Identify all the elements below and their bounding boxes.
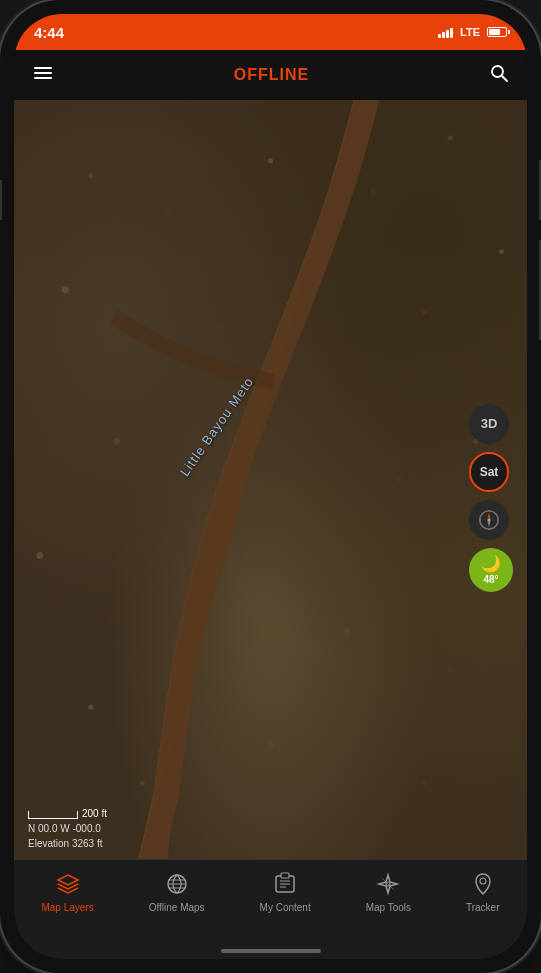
svg-rect-2	[34, 77, 52, 79]
map-controls: 3D Sat 🌙 48°	[469, 404, 513, 592]
volume-button	[0, 180, 2, 220]
compass-button[interactable]	[469, 500, 509, 540]
status-bar: 4:44 LTE	[14, 14, 527, 50]
svg-rect-1	[34, 72, 52, 74]
menu-icon[interactable]	[32, 62, 54, 88]
scale-bar: 200 ft	[28, 808, 107, 819]
signal-icon	[438, 26, 453, 38]
tracker-label: Tracker	[466, 902, 500, 913]
map-info-bar: 200 ft N 00.0 W -000.0 Elevation 3263 ft	[28, 808, 107, 851]
map-tools-icon	[374, 870, 402, 898]
status-time: 4:44	[34, 24, 64, 41]
3d-button[interactable]: 3D	[469, 404, 509, 444]
temperature-label: 48°	[483, 574, 498, 585]
home-indicator	[221, 949, 321, 953]
status-icons: LTE	[438, 26, 507, 38]
moon-icon: 🌙	[481, 554, 501, 573]
phone-screen: 4:44 LTE	[14, 14, 527, 959]
bottom-navigation: Map Layers Offline Maps	[14, 859, 527, 959]
night-mode-button[interactable]: 🌙 48°	[469, 548, 513, 592]
search-icon[interactable]	[489, 63, 509, 87]
svg-point-3	[492, 66, 503, 77]
coordinates: N 00.0 W -000.0 Elevation 3263 ft	[28, 821, 107, 851]
my-content-label: My Content	[260, 902, 311, 913]
offline-maps-icon	[163, 870, 191, 898]
map-tools-label: Map Tools	[366, 902, 411, 913]
nav-item-offline-maps[interactable]: Offline Maps	[139, 870, 215, 913]
svg-line-4	[502, 76, 507, 81]
nav-item-map-layers[interactable]: Map Layers	[31, 870, 103, 913]
nav-item-map-tools[interactable]: Map Tools	[356, 870, 421, 913]
offline-label: OFFLINE	[234, 66, 309, 84]
offline-maps-label: Offline Maps	[149, 902, 205, 913]
nav-item-my-content[interactable]: My Content	[250, 870, 321, 913]
my-content-icon	[271, 870, 299, 898]
phone-frame: 4:44 LTE	[0, 0, 541, 973]
svg-point-12	[480, 878, 486, 884]
scale-label: 200 ft	[82, 808, 107, 819]
map-view[interactable]: Little Bayou Meto 3D Sat 🌙 48°	[14, 100, 527, 859]
satellite-button[interactable]: Sat	[469, 452, 509, 492]
svg-point-7	[488, 518, 491, 521]
app-header: OFFLINE	[14, 50, 527, 100]
scale-ruler	[28, 811, 78, 819]
map-layers-label: Map Layers	[41, 902, 93, 913]
svg-rect-10	[281, 873, 289, 878]
tracker-icon	[469, 870, 497, 898]
svg-rect-0	[34, 67, 52, 69]
map-layers-icon	[54, 870, 82, 898]
river-overlay	[14, 100, 527, 859]
battery-icon	[487, 27, 507, 37]
lte-label: LTE	[460, 26, 480, 38]
nav-item-tracker[interactable]: Tracker	[456, 870, 510, 913]
